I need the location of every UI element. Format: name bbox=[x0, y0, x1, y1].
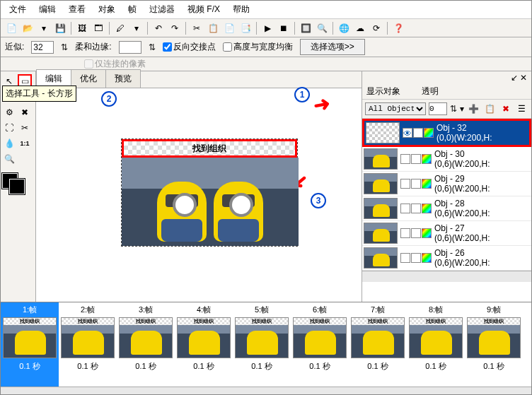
select-options-button[interactable]: 选择选项>> bbox=[300, 39, 365, 55]
grid-icon[interactable]: 🔲 bbox=[298, 20, 313, 36]
frame-time: 0.1 秒 bbox=[234, 360, 289, 373]
frame-item[interactable]: 1:帧找到组织0.1 秒 bbox=[1, 302, 59, 387]
obj-flags[interactable] bbox=[400, 179, 432, 189]
color-swatches[interactable] bbox=[2, 173, 30, 194]
play-icon[interactable]: ▶ bbox=[260, 20, 275, 36]
x-tool-icon[interactable]: ✖ bbox=[18, 105, 32, 119]
chk-reverse[interactable]: 反向交接点 bbox=[163, 41, 216, 53]
crop-tool-icon[interactable]: ⛶ bbox=[2, 121, 16, 135]
obj-new-icon[interactable]: ➕ bbox=[467, 101, 480, 117]
canvas-image bbox=[122, 158, 299, 246]
help-icon[interactable]: ❓ bbox=[391, 20, 406, 36]
menu-object[interactable]: 对象 bbox=[93, 2, 121, 17]
frame-thumb: 找到组织 bbox=[351, 317, 405, 358]
object-row[interactable]: Obj - 29(0,6)(W:200,H: bbox=[362, 172, 531, 196]
frame-item[interactable]: 6:帧找到组织0.1 秒 bbox=[291, 302, 349, 387]
options-bar: 近似: ⇅ 柔和边缘: ⇅ 反向交接点 高度与宽度均衡 选择选项>> bbox=[1, 37, 531, 57]
frame-label: 9:帧 bbox=[466, 304, 521, 316]
h-scrollbar[interactable] bbox=[1, 387, 531, 395]
tab-preview[interactable]: 预览 bbox=[105, 69, 141, 88]
frame-item[interactable]: 7:帧找到组织0.1 秒 bbox=[349, 302, 407, 387]
zoom-icon[interactable]: 🔍 bbox=[314, 20, 330, 36]
chk-ratio[interactable]: 高度与宽度均衡 bbox=[223, 41, 293, 53]
tool-a-icon[interactable]: 🖼 bbox=[74, 20, 90, 36]
stop-icon[interactable]: ⏹ bbox=[276, 20, 291, 36]
paste2-icon[interactable]: 📑 bbox=[238, 20, 253, 36]
eyedrop-tool-icon[interactable]: 💧 bbox=[2, 136, 16, 151]
canvas-selection[interactable]: 找到组织 bbox=[121, 138, 298, 247]
frame-label: 6:帧 bbox=[292, 304, 347, 316]
annotation-badge-3: 3 bbox=[311, 193, 326, 208]
object-row[interactable]: Obj - 26(0,6)(W:200,H: bbox=[362, 246, 531, 271]
obj-flags[interactable] bbox=[400, 253, 432, 263]
undo-icon[interactable]: ↶ bbox=[151, 20, 166, 36]
crop2-tool-icon[interactable]: ✂ bbox=[18, 121, 32, 135]
frame-item[interactable]: 3:帧找到组织0.1 秒 bbox=[117, 302, 175, 387]
object-row[interactable]: Obj - 27(0,6)(W:200,H: bbox=[362, 221, 531, 246]
bg-color[interactable] bbox=[9, 179, 25, 194]
panel-close-icon[interactable]: ↙ ✕ bbox=[511, 73, 527, 83]
obj-flags[interactable] bbox=[400, 154, 432, 164]
frame-thumb: 找到组织 bbox=[467, 317, 521, 358]
frame-label: 8:帧 bbox=[408, 304, 463, 316]
obj-meta: Obj - 26(0,6)(W:200,H: bbox=[434, 248, 490, 269]
opacity-input[interactable] bbox=[429, 102, 447, 115]
object-row[interactable]: Obj - 30(0,6)(W:200,H: bbox=[362, 147, 531, 172]
obj-flags[interactable]: 👁 bbox=[403, 128, 434, 138]
dropdown-icon[interactable]: ▾ bbox=[36, 20, 52, 36]
zoom-tool-icon[interactable]: 🔍 bbox=[2, 152, 16, 166]
zoom11-tool-icon[interactable]: 1:1 bbox=[18, 136, 32, 151]
annotation-badge-1: 1 bbox=[294, 87, 310, 102]
menu-edit[interactable]: 编辑 bbox=[33, 2, 62, 17]
ie-icon[interactable]: 🌐 bbox=[336, 20, 352, 36]
softedge-input[interactable] bbox=[119, 41, 141, 54]
paste-icon[interactable]: 📄 bbox=[221, 20, 237, 36]
tool-b-icon[interactable]: 🗔 bbox=[91, 20, 106, 36]
frame-item[interactable]: 2:帧找到组织0.1 秒 bbox=[59, 302, 117, 387]
objects-filter-select[interactable]: All Object▾ bbox=[365, 102, 426, 115]
menu-videofx[interactable]: 视频 F/X bbox=[182, 2, 226, 17]
frame-item[interactable]: 9:帧找到组织0.1 秒 bbox=[465, 302, 523, 387]
approx-label: 近似: bbox=[5, 41, 24, 53]
frame-item[interactable]: 5:帧找到组织0.1 秒 bbox=[233, 302, 291, 387]
obj-menu-icon[interactable]: ☰ bbox=[515, 101, 528, 117]
cut-icon[interactable]: ✂ bbox=[189, 20, 204, 36]
frame-item[interactable]: 4:帧找到组织0.1 秒 bbox=[175, 302, 233, 387]
spinner-icon[interactable]: ⇅ bbox=[61, 42, 68, 52]
eye-icon[interactable]: 👁 bbox=[403, 128, 412, 138]
spinner3-icon[interactable]: ⇅ bbox=[450, 104, 457, 114]
frame-time: 0.1 秒 bbox=[292, 360, 347, 373]
dropdown2-icon[interactable]: ▾ bbox=[129, 20, 144, 36]
object-row[interactable]: Obj - 28(0,6)(W:200,H: bbox=[362, 196, 531, 221]
approx-input[interactable] bbox=[31, 41, 54, 54]
save-icon[interactable]: 💾 bbox=[52, 20, 68, 36]
obj-flags[interactable] bbox=[400, 204, 432, 213]
frame-label: 1:帧 bbox=[2, 304, 57, 316]
menu-help[interactable]: 帮助 bbox=[227, 2, 255, 17]
wand-icon[interactable]: 🖊 bbox=[112, 20, 128, 36]
redo-icon[interactable]: ↷ bbox=[167, 20, 183, 36]
open-icon[interactable]: 📂 bbox=[20, 20, 35, 36]
obj-flags[interactable] bbox=[400, 228, 432, 238]
obj-meta: Obj - 28(0,6)(W:200,H: bbox=[434, 199, 490, 219]
frame-label: 2:帧 bbox=[60, 304, 115, 316]
obj-scrollbar[interactable] bbox=[362, 271, 531, 282]
menu-file[interactable]: 文件 bbox=[4, 2, 32, 17]
object-row[interactable]: 👁Obj - 32(0,0)(W:200,H: bbox=[362, 119, 531, 147]
new-icon[interactable]: 📄 bbox=[4, 20, 19, 36]
menu-filter[interactable]: 过滤器 bbox=[144, 2, 180, 17]
frame-time: 0.1 秒 bbox=[60, 360, 115, 373]
web-icon[interactable]: ⟳ bbox=[369, 20, 384, 36]
menu-frame[interactable]: 帧 bbox=[122, 2, 142, 17]
menu-view[interactable]: 查看 bbox=[63, 2, 91, 17]
obj-del-icon[interactable]: ✖ bbox=[499, 101, 513, 117]
objects-list[interactable]: 👁Obj - 32(0,0)(W:200,H:Obj - 30(0,6)(W:2… bbox=[362, 119, 531, 302]
wand-tool-icon[interactable]: ⚙ bbox=[2, 105, 16, 119]
obj-dup-icon[interactable]: 📋 bbox=[483, 101, 497, 117]
spinner2-icon[interactable]: ⇅ bbox=[149, 42, 156, 52]
cloud-icon[interactable]: ☁ bbox=[352, 20, 368, 36]
frame-thumb: 找到组织 bbox=[61, 317, 115, 358]
frame-item[interactable]: 8:帧找到组织0.1 秒 bbox=[407, 302, 465, 387]
frames-strip[interactable]: 1:帧找到组织0.1 秒2:帧找到组织0.1 秒3:帧找到组织0.1 秒4:帧找… bbox=[1, 302, 531, 387]
copy-icon[interactable]: 📋 bbox=[205, 20, 221, 36]
